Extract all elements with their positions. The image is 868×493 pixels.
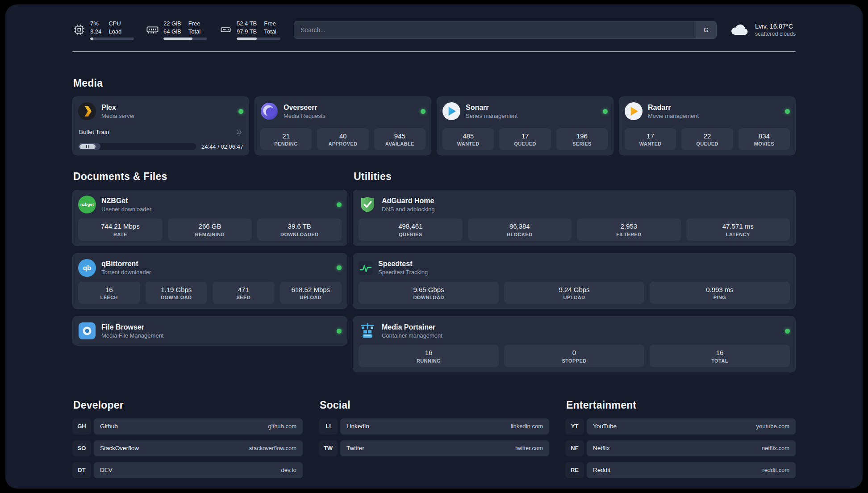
stat-tile: 22 QUEUED bbox=[681, 128, 733, 150]
app-subtitle: Media File Management bbox=[101, 332, 163, 339]
app-subtitle: Series management bbox=[466, 113, 517, 119]
radarr-icon bbox=[625, 102, 643, 120]
overseerr-card[interactable]: Overseerr Media Requests 21 PENDING 40 A… bbox=[255, 96, 431, 155]
status-dot bbox=[785, 329, 790, 334]
sonarr-card[interactable]: Sonarr Series management 485 WANTED 17 Q… bbox=[437, 96, 613, 155]
top-bar: 7% 3.24 CPU Load bbox=[72, 20, 796, 40]
stat-tile: 9.24 Gbps UPLOAD bbox=[504, 282, 644, 304]
cloud-icon bbox=[730, 22, 750, 38]
ram-label-top: Free bbox=[188, 20, 200, 28]
qbittorrent-icon: qb bbox=[78, 259, 96, 277]
plex-icon bbox=[78, 102, 96, 120]
stat-tile: 21 PENDING bbox=[260, 128, 312, 150]
app-subtitle: Speedtest Tracking bbox=[378, 269, 428, 276]
stat-tile: 945 AVAILABLE bbox=[374, 128, 426, 150]
search-engine-button[interactable]: G bbox=[696, 21, 716, 38]
adguard-card[interactable]: AdGuard Home DNS and adblocking 498,461 … bbox=[353, 190, 796, 246]
media-section-title: Media bbox=[73, 77, 796, 89]
stat-tile: 16 LEECH bbox=[78, 282, 140, 304]
ram-free-value: 22 GiB bbox=[163, 20, 181, 28]
search-input[interactable] bbox=[294, 21, 696, 38]
ram-icon bbox=[146, 23, 159, 36]
stat-tile: 0.993 ms PING bbox=[650, 282, 790, 304]
nzbget-icon: nzbget bbox=[78, 196, 96, 213]
status-dot bbox=[421, 109, 426, 114]
app-name: qBittorrent bbox=[101, 260, 151, 268]
bookmark-name: LinkedIn bbox=[346, 423, 369, 430]
stat-tile: 834 MOVIES bbox=[739, 128, 790, 150]
bookmark-dev[interactable]: DT DEV dev.to bbox=[72, 462, 303, 478]
nzbget-card[interactable]: nzbget NZBGet Usenet downloader 744.21 M… bbox=[72, 190, 347, 246]
stat-tile: 17 QUEUED bbox=[499, 128, 551, 150]
entertainment-column: Entertainment YT YouTube youtube.com NF … bbox=[565, 399, 796, 484]
app-name: File Browser bbox=[101, 323, 163, 331]
bookmark-abbr: SO bbox=[72, 440, 91, 456]
stat-tile: 86,384 BLOCKED bbox=[468, 218, 572, 241]
portainer-icon bbox=[359, 322, 376, 340]
bookmark-reddit[interactable]: RE Reddit reddit.com bbox=[565, 462, 796, 478]
bookmark-name: Reddit bbox=[593, 467, 610, 473]
speedtest-card[interactable]: Speedtest Speedtest Tracking 9.65 Gbps D… bbox=[353, 253, 796, 309]
ram-progress-fill bbox=[163, 38, 192, 40]
portainer-card[interactable]: Media Portainer Container management 16 … bbox=[353, 316, 796, 372]
social-column: Social LI LinkedIn linkedin.com TW Twitt… bbox=[319, 399, 549, 484]
bookmark-abbr: NF bbox=[565, 440, 584, 456]
app-name: Overseerr bbox=[284, 104, 326, 112]
bookmark-url: reddit.com bbox=[762, 467, 789, 473]
bookmark-github[interactable]: GH Github github.com bbox=[72, 418, 303, 435]
app-subtitle: DNS and adblocking bbox=[382, 206, 435, 213]
bookmark-name: Netflix bbox=[593, 445, 610, 451]
ram-metric-widget: 22 GiB 64 GiB Free Total bbox=[146, 20, 207, 40]
bookmark-youtube[interactable]: YT YouTube youtube.com bbox=[565, 418, 796, 435]
bookmark-abbr: TW bbox=[319, 440, 338, 456]
pause-button[interactable] bbox=[79, 144, 96, 149]
filebrowser-card[interactable]: File Browser Media File Management bbox=[72, 316, 347, 346]
search-bar: G bbox=[294, 21, 717, 39]
app-subtitle: Media Requests bbox=[284, 113, 326, 119]
bookmark-netflix[interactable]: NF Netflix netflix.com bbox=[565, 440, 796, 456]
disk-progress-fill bbox=[237, 38, 257, 40]
app-name: Plex bbox=[101, 104, 135, 112]
disk-label-bottom: Total bbox=[264, 28, 276, 36]
dashboard-content: 7% 3.24 CPU Load bbox=[72, 4, 796, 489]
weather-widget: Lviv, 16.87°C scattered clouds bbox=[730, 22, 796, 38]
stat-tile: 1.19 Gbps DOWNLOAD bbox=[146, 282, 208, 304]
stat-tile: 9.65 Gbps DOWNLOAD bbox=[359, 282, 499, 304]
app-subtitle: Media server bbox=[101, 113, 135, 119]
stat-tile: 0 STOPPED bbox=[504, 345, 644, 367]
ram-progress-bar bbox=[163, 38, 207, 40]
filebrowser-icon bbox=[78, 322, 96, 340]
bookmark-abbr: GH bbox=[72, 418, 91, 435]
ram-label-bottom: Total bbox=[188, 28, 200, 36]
developer-section-title: Developer bbox=[73, 399, 303, 411]
status-dot bbox=[603, 109, 608, 114]
cpu-label-bottom: Load bbox=[108, 28, 121, 36]
media-grid: Plex Media server Bullet Train bbox=[72, 96, 796, 155]
stat-tile: 16 RUNNING bbox=[359, 345, 499, 367]
weather-location: Lviv, 16.87°C bbox=[755, 23, 796, 30]
plex-card[interactable]: Plex Media server Bullet Train bbox=[72, 96, 249, 155]
entertainment-section-title: Entertainment bbox=[566, 399, 796, 411]
sonarr-icon bbox=[442, 102, 460, 120]
overseerr-icon bbox=[260, 102, 278, 120]
app-subtitle: Usenet downloader bbox=[101, 206, 151, 213]
bookmark-name: Twitter bbox=[346, 445, 364, 451]
gear-icon[interactable] bbox=[236, 129, 242, 135]
documents-section-title: Documents & Files bbox=[73, 171, 347, 183]
playback-progress-bar[interactable] bbox=[78, 143, 196, 150]
playback-time: 24:44 / 02:06:47 bbox=[201, 143, 243, 150]
status-dot bbox=[337, 329, 342, 334]
bookmark-linkedin[interactable]: LI LinkedIn linkedin.com bbox=[319, 418, 549, 435]
bookmark-name: YouTube bbox=[593, 423, 617, 430]
status-dot bbox=[238, 109, 243, 114]
bookmark-url: youtube.com bbox=[756, 423, 789, 430]
radarr-card[interactable]: Radarr Movie management 17 WANTED 22 QUE… bbox=[619, 96, 796, 155]
app-name: NZBGet bbox=[101, 197, 151, 205]
bookmark-stackoverflow[interactable]: SO StackOverflow stackoverflow.com bbox=[72, 440, 303, 456]
bookmarks-grid: Developer GH Github github.com SO StackO… bbox=[72, 399, 796, 489]
app-name: Speedtest bbox=[378, 260, 428, 268]
bookmark-twitter[interactable]: TW Twitter twitter.com bbox=[319, 440, 549, 456]
disk-progress-bar bbox=[237, 38, 280, 40]
qbittorrent-card[interactable]: qb qBittorrent Torrent downloader 16 LEE… bbox=[72, 253, 347, 309]
bookmark-abbr: LI bbox=[319, 418, 338, 435]
